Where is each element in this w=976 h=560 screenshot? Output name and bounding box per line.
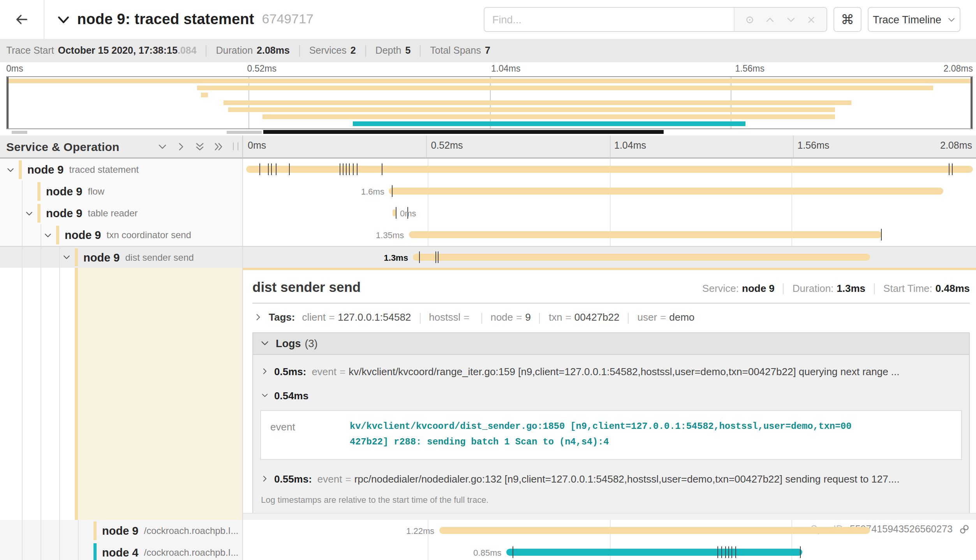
tags-list: client=127.0.0.1:54582hostssl=node=9txn=…: [302, 311, 694, 323]
find-input[interactable]: [484, 8, 734, 31]
span-row: node 4/cockroach.roachpb.I...0.85ms: [0, 542, 976, 560]
span-bar[interactable]: [393, 209, 395, 216]
tags-accordion[interactable]: Tags: client=127.0.0.1:54582hostssl=node…: [252, 304, 970, 332]
target-icon[interactable]: [745, 14, 755, 25]
minimap-scrubber[interactable]: [0, 130, 976, 135]
chevron-right-icon[interactable]: [176, 141, 186, 151]
log-marker: [268, 163, 269, 175]
tag-item: user=demo: [638, 311, 695, 323]
double-chevron-right-icon[interactable]: [213, 141, 224, 151]
indent-guide: [41, 520, 41, 542]
trace-collapse-chevron-icon[interactable]: [57, 13, 70, 26]
log-marker: [259, 163, 260, 175]
detail-info-label: Duration:: [793, 283, 834, 294]
service-name: node 9: [83, 251, 120, 263]
span-row-name[interactable]: node 9table reader: [0, 202, 243, 224]
log-marker: [349, 163, 350, 175]
scrubber-thumb[interactable]: [264, 130, 664, 134]
minimap-canvas[interactable]: [6, 76, 973, 129]
log-marker: [732, 546, 733, 558]
chevron-down-icon: [261, 391, 269, 399]
arrow-left-icon: [15, 12, 29, 26]
divider: [481, 312, 482, 323]
column-resize-grip[interactable]: [233, 142, 238, 150]
divider: [299, 45, 300, 56]
minimap-drag-handle[interactable]: [7, 77, 9, 128]
span-row-name[interactable]: node 9traced statement: [0, 159, 243, 181]
minimap-ticks: 0ms0.52ms1.04ms1.56ms2.08ms: [0, 64, 976, 75]
chevron-down-icon[interactable]: [6, 165, 15, 174]
span-row-name[interactable]: node 9dist sender send: [0, 247, 243, 268]
minimap-tick-label: 0ms: [6, 64, 23, 73]
minimap-span-bar: [352, 121, 745, 126]
service-name: node 9: [65, 229, 101, 241]
logs-accordion-header[interactable]: Logs (3): [253, 333, 969, 355]
span-row-timeline[interactable]: [243, 159, 976, 181]
span-detail-panel: dist sender send Service:node 9Duration:…: [243, 268, 976, 520]
service-name: node 4: [102, 546, 138, 559]
minimap-tick-label: 0.52ms: [247, 64, 277, 73]
chevron-down-icon[interactable]: [44, 231, 52, 239]
operation-name: traced statement: [69, 164, 139, 175]
span-row-timeline[interactable]: 1.22ms: [243, 520, 976, 542]
service-name: node 9: [46, 185, 82, 198]
span-color-bar: [75, 268, 78, 520]
log-entry-collapsed[interactable]: 0.55ms: event = rpc/nodedialer/nodediale…: [259, 467, 963, 491]
chevron-right-icon: [261, 367, 269, 375]
span-duration-label: 1.22ms: [406, 526, 434, 535]
trace-view-label: Trace Timeline: [873, 14, 941, 25]
log-marker: [353, 163, 354, 175]
trace-view-dropdown[interactable]: Trace Timeline: [868, 7, 960, 32]
span-bar[interactable]: [389, 188, 944, 195]
chevron-down-icon[interactable]: [25, 209, 33, 218]
span-color-bar: [37, 182, 41, 201]
chevron-down-icon[interactable]: [62, 253, 71, 262]
span-row-name[interactable]: node 9/cockroach.roachpb.I...: [0, 520, 243, 542]
chevron-down-icon[interactable]: [157, 141, 167, 151]
span-row-timeline[interactable]: 1.6ms: [243, 181, 976, 202]
span-row-timeline[interactable]: 0ms: [243, 202, 976, 224]
meta-item: Depth5: [375, 45, 411, 56]
span-bar[interactable]: [413, 254, 870, 261]
span-bar[interactable]: [439, 527, 870, 534]
find-bar: [484, 7, 827, 32]
keyboard-shortcuts-button[interactable]: ⌘: [833, 7, 861, 32]
span-row-name[interactable]: node 4/cockroach.roachpb.I...: [0, 542, 243, 560]
span-row: node 9/cockroach.roachpb.I...1.22ms: [0, 520, 976, 542]
minimap-span-bar: [263, 114, 835, 119]
close-icon[interactable]: [806, 14, 816, 25]
minimap-span-bar: [228, 107, 835, 112]
double-chevron-down-icon[interactable]: [195, 141, 205, 151]
span-bar[interactable]: [246, 166, 973, 173]
span-rows-top: node 9traced statementnode 9flow1.6msnod…: [0, 159, 976, 268]
minimap-tick-label: 2.08ms: [944, 64, 973, 73]
meta-item: Services2: [309, 45, 356, 56]
tag-item: hostssl=: [429, 311, 472, 323]
log-field-name: event: [270, 418, 350, 451]
log-marker: [276, 163, 277, 175]
indent-guide: [22, 224, 23, 246]
chevron-up-icon[interactable]: [765, 14, 775, 25]
span-color-bar: [37, 204, 41, 223]
span-row-timeline[interactable]: 1.3ms: [243, 247, 976, 268]
span-color-tint: [78, 268, 242, 520]
span-row-name[interactable]: node 9txn coordinator send: [0, 224, 243, 246]
span-row-name[interactable]: node 9flow: [0, 181, 243, 202]
span-row: node 9txn coordinator send1.35ms: [0, 224, 976, 246]
span-row: node 9traced statement: [0, 159, 976, 181]
minimap-drag-handle[interactable]: [971, 77, 972, 128]
log-entry-collapsed[interactable]: 0.5ms: event = kv/kvclient/kvcoord/range…: [259, 359, 963, 383]
meta-item: Duration2.08ms: [216, 45, 290, 56]
meta-item: Total Spans7: [430, 45, 490, 56]
span-row: node 9flow1.6ms: [0, 181, 976, 202]
gridline: [793, 135, 794, 157]
chevron-down-icon[interactable]: [786, 14, 796, 25]
log-entry-expanded-header[interactable]: 0.54ms: [259, 383, 963, 407]
back-button[interactable]: [0, 0, 44, 39]
span-row-timeline[interactable]: 0.85ms: [243, 542, 976, 560]
span-row: node 9table reader0ms: [0, 202, 976, 224]
span-bar[interactable]: [409, 231, 882, 238]
page-title: node 9: traced statement: [77, 11, 254, 28]
span-bar[interactable]: [506, 549, 802, 556]
span-row-timeline[interactable]: 1.35ms: [243, 224, 976, 246]
